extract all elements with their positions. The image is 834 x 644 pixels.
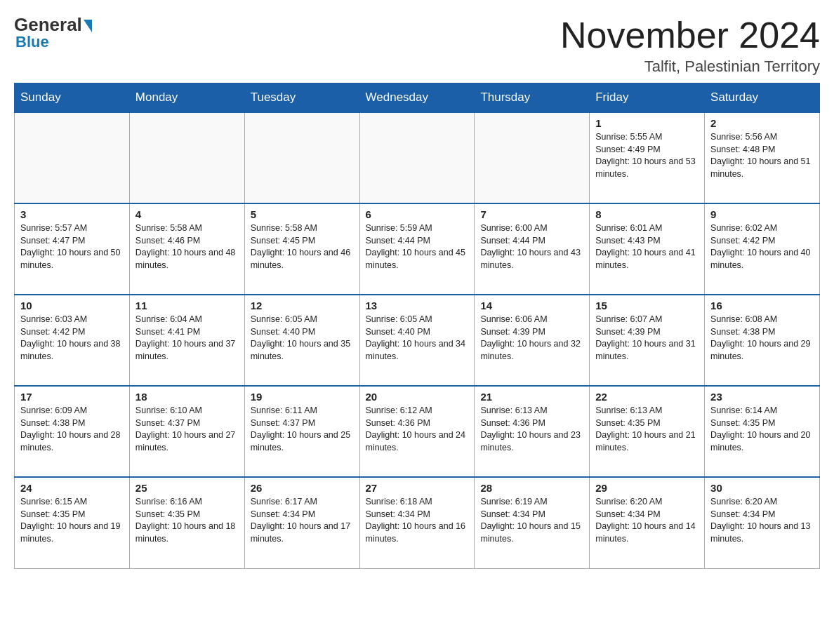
day-number: 28 bbox=[480, 482, 583, 494]
day-of-week-monday: Monday bbox=[129, 83, 244, 113]
day-info: Sunrise: 5:58 AM Sunset: 4:46 PM Dayligh… bbox=[135, 222, 239, 271]
day-info: Sunrise: 5:55 AM Sunset: 4:49 PM Dayligh… bbox=[595, 131, 699, 180]
calendar-cell: 17Sunrise: 6:09 AM Sunset: 4:38 PM Dayli… bbox=[15, 386, 130, 477]
day-number: 26 bbox=[251, 482, 354, 494]
calendar-table: SundayMondayTuesdayWednesdayThursdayFrid… bbox=[14, 83, 820, 569]
day-info: Sunrise: 6:12 AM Sunset: 4:36 PM Dayligh… bbox=[366, 405, 469, 454]
calendar-week-1: 1Sunrise: 5:55 AM Sunset: 4:49 PM Daylig… bbox=[15, 112, 820, 203]
day-info: Sunrise: 6:18 AM Sunset: 4:34 PM Dayligh… bbox=[366, 496, 469, 545]
day-number: 3 bbox=[20, 208, 124, 220]
day-info: Sunrise: 5:59 AM Sunset: 4:44 PM Dayligh… bbox=[366, 222, 469, 271]
day-number: 29 bbox=[595, 482, 699, 494]
day-info: Sunrise: 6:08 AM Sunset: 4:38 PM Dayligh… bbox=[710, 314, 814, 363]
day-info: Sunrise: 6:16 AM Sunset: 4:35 PM Dayligh… bbox=[135, 496, 239, 545]
day-number: 19 bbox=[251, 391, 354, 403]
calendar-cell: 21Sunrise: 6:13 AM Sunset: 4:36 PM Dayli… bbox=[475, 386, 590, 477]
day-info: Sunrise: 5:56 AM Sunset: 4:48 PM Dayligh… bbox=[710, 131, 814, 180]
calendar-week-2: 3Sunrise: 5:57 AM Sunset: 4:47 PM Daylig… bbox=[15, 203, 820, 295]
day-number: 13 bbox=[366, 300, 469, 311]
day-number: 4 bbox=[135, 208, 239, 220]
day-number: 20 bbox=[366, 391, 469, 403]
day-number: 27 bbox=[366, 482, 469, 494]
calendar-cell bbox=[359, 112, 475, 203]
day-number: 14 bbox=[480, 300, 583, 311]
day-info: Sunrise: 6:05 AM Sunset: 4:40 PM Dayligh… bbox=[251, 314, 354, 363]
day-info: Sunrise: 6:19 AM Sunset: 4:34 PM Dayligh… bbox=[480, 496, 583, 545]
day-number: 8 bbox=[595, 208, 699, 220]
day-number: 30 bbox=[710, 482, 814, 494]
day-number: 21 bbox=[480, 391, 583, 403]
calendar-cell: 20Sunrise: 6:12 AM Sunset: 4:36 PM Dayli… bbox=[359, 386, 475, 477]
day-info: Sunrise: 6:03 AM Sunset: 4:42 PM Dayligh… bbox=[20, 314, 124, 363]
day-info: Sunrise: 6:04 AM Sunset: 4:41 PM Dayligh… bbox=[135, 314, 239, 363]
day-info: Sunrise: 6:01 AM Sunset: 4:43 PM Dayligh… bbox=[595, 222, 699, 271]
day-of-week-friday: Friday bbox=[590, 83, 705, 113]
day-number: 5 bbox=[251, 208, 354, 220]
logo-arrow-icon bbox=[84, 20, 92, 32]
logo-blue-text: Blue bbox=[14, 33, 49, 51]
day-number: 6 bbox=[366, 208, 469, 220]
day-info: Sunrise: 6:10 AM Sunset: 4:37 PM Dayligh… bbox=[135, 405, 239, 454]
calendar-header: SundayMondayTuesdayWednesdayThursdayFrid… bbox=[15, 83, 820, 113]
day-number: 18 bbox=[135, 391, 239, 403]
calendar-cell: 8Sunrise: 6:01 AM Sunset: 4:43 PM Daylig… bbox=[590, 203, 705, 295]
logo: General Blue bbox=[14, 14, 92, 51]
calendar-cell: 22Sunrise: 6:13 AM Sunset: 4:35 PM Dayli… bbox=[590, 386, 705, 477]
calendar-cell: 6Sunrise: 5:59 AM Sunset: 4:44 PM Daylig… bbox=[359, 203, 475, 295]
calendar-cell: 2Sunrise: 5:56 AM Sunset: 4:48 PM Daylig… bbox=[705, 112, 820, 203]
calendar-cell: 9Sunrise: 6:02 AM Sunset: 4:42 PM Daylig… bbox=[705, 203, 820, 295]
day-of-week-sunday: Sunday bbox=[15, 83, 130, 113]
day-info: Sunrise: 6:05 AM Sunset: 4:40 PM Dayligh… bbox=[366, 314, 469, 363]
day-info: Sunrise: 6:13 AM Sunset: 4:35 PM Dayligh… bbox=[595, 405, 699, 454]
calendar-cell: 30Sunrise: 6:20 AM Sunset: 4:34 PM Dayli… bbox=[705, 477, 820, 568]
calendar-cell: 14Sunrise: 6:06 AM Sunset: 4:39 PM Dayli… bbox=[475, 295, 590, 386]
day-info: Sunrise: 6:06 AM Sunset: 4:39 PM Dayligh… bbox=[480, 314, 583, 363]
calendar-cell: 18Sunrise: 6:10 AM Sunset: 4:37 PM Dayli… bbox=[129, 386, 244, 477]
calendar-cell: 10Sunrise: 6:03 AM Sunset: 4:42 PM Dayli… bbox=[15, 295, 130, 386]
calendar-cell: 11Sunrise: 6:04 AM Sunset: 4:41 PM Dayli… bbox=[129, 295, 244, 386]
day-number: 10 bbox=[20, 300, 124, 311]
day-info: Sunrise: 6:20 AM Sunset: 4:34 PM Dayligh… bbox=[710, 496, 814, 545]
day-info: Sunrise: 6:00 AM Sunset: 4:44 PM Dayligh… bbox=[480, 222, 583, 271]
day-number: 12 bbox=[251, 300, 354, 311]
day-number: 17 bbox=[20, 391, 124, 403]
calendar-cell: 12Sunrise: 6:05 AM Sunset: 4:40 PM Dayli… bbox=[244, 295, 359, 386]
day-info: Sunrise: 6:09 AM Sunset: 4:38 PM Dayligh… bbox=[20, 405, 124, 454]
calendar-cell: 24Sunrise: 6:15 AM Sunset: 4:35 PM Dayli… bbox=[15, 477, 130, 568]
days-of-week-row: SundayMondayTuesdayWednesdayThursdayFrid… bbox=[15, 83, 820, 113]
day-info: Sunrise: 5:57 AM Sunset: 4:47 PM Dayligh… bbox=[20, 222, 124, 271]
calendar-cell: 23Sunrise: 6:14 AM Sunset: 4:35 PM Dayli… bbox=[705, 386, 820, 477]
location-title: Talfit, Palestinian Territory bbox=[560, 58, 820, 76]
calendar-cell bbox=[129, 112, 244, 203]
calendar-cell: 27Sunrise: 6:18 AM Sunset: 4:34 PM Dayli… bbox=[359, 477, 475, 568]
day-info: Sunrise: 6:02 AM Sunset: 4:42 PM Dayligh… bbox=[710, 222, 814, 271]
day-number: 22 bbox=[595, 391, 699, 403]
calendar-cell: 16Sunrise: 6:08 AM Sunset: 4:38 PM Dayli… bbox=[705, 295, 820, 386]
day-info: Sunrise: 6:11 AM Sunset: 4:37 PM Dayligh… bbox=[251, 405, 354, 454]
day-info: Sunrise: 6:20 AM Sunset: 4:34 PM Dayligh… bbox=[595, 496, 699, 545]
calendar-cell bbox=[244, 112, 359, 203]
calendar-body: 1Sunrise: 5:55 AM Sunset: 4:49 PM Daylig… bbox=[15, 112, 820, 568]
calendar-cell: 5Sunrise: 5:58 AM Sunset: 4:45 PM Daylig… bbox=[244, 203, 359, 295]
day-number: 7 bbox=[480, 208, 583, 220]
calendar-cell: 29Sunrise: 6:20 AM Sunset: 4:34 PM Dayli… bbox=[590, 477, 705, 568]
day-number: 23 bbox=[710, 391, 814, 403]
day-number: 1 bbox=[595, 117, 699, 129]
day-info: Sunrise: 6:15 AM Sunset: 4:35 PM Dayligh… bbox=[20, 496, 124, 545]
day-info: Sunrise: 6:13 AM Sunset: 4:36 PM Dayligh… bbox=[480, 405, 583, 454]
calendar-cell: 25Sunrise: 6:16 AM Sunset: 4:35 PM Dayli… bbox=[129, 477, 244, 568]
page-header: General Blue November 2024 Talfit, Pales… bbox=[14, 14, 820, 76]
calendar-week-3: 10Sunrise: 6:03 AM Sunset: 4:42 PM Dayli… bbox=[15, 295, 820, 386]
day-of-week-saturday: Saturday bbox=[705, 83, 820, 113]
calendar-cell: 19Sunrise: 6:11 AM Sunset: 4:37 PM Dayli… bbox=[244, 386, 359, 477]
day-number: 2 bbox=[710, 117, 814, 129]
calendar-cell: 13Sunrise: 6:05 AM Sunset: 4:40 PM Dayli… bbox=[359, 295, 475, 386]
day-number: 24 bbox=[20, 482, 124, 494]
calendar-cell: 4Sunrise: 5:58 AM Sunset: 4:46 PM Daylig… bbox=[129, 203, 244, 295]
title-section: November 2024 Talfit, Palestinian Territ… bbox=[560, 14, 820, 76]
calendar-cell: 26Sunrise: 6:17 AM Sunset: 4:34 PM Dayli… bbox=[244, 477, 359, 568]
calendar-cell: 1Sunrise: 5:55 AM Sunset: 4:49 PM Daylig… bbox=[590, 112, 705, 203]
month-title: November 2024 bbox=[560, 14, 820, 56]
day-number: 15 bbox=[595, 300, 699, 311]
day-number: 16 bbox=[710, 300, 814, 311]
